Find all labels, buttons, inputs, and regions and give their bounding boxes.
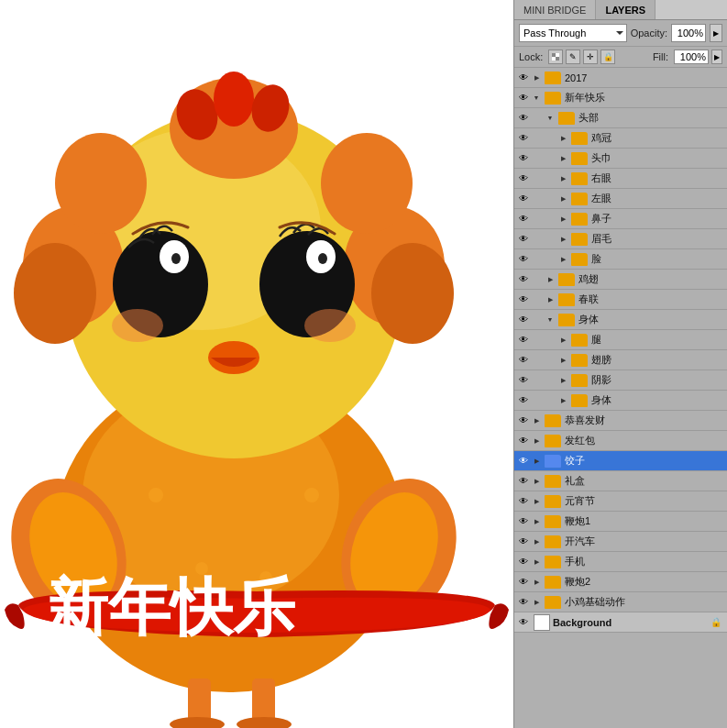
lock-transparent-btn[interactable] bbox=[548, 50, 563, 64]
expand-arrow[interactable]: ▶ bbox=[532, 598, 541, 607]
expand-arrow[interactable]: ▶ bbox=[558, 376, 567, 385]
expand-arrow[interactable]: ▶ bbox=[558, 396, 567, 405]
layer-item[interactable]: 👁▶小鸡基础动作 bbox=[514, 592, 727, 612]
layer-item[interactable]: 👁▶翅膀 bbox=[514, 350, 727, 370]
expand-arrow[interactable]: ▼ bbox=[545, 315, 555, 325]
layer-item[interactable]: 👁▶发红包 bbox=[514, 431, 727, 451]
layer-item[interactable]: 👁▶2017 bbox=[514, 68, 727, 88]
opacity-input[interactable] bbox=[671, 24, 706, 42]
eye-icon[interactable]: 👁 bbox=[516, 494, 531, 509]
folder-icon bbox=[545, 576, 561, 589]
eye-icon[interactable]: 👁 bbox=[516, 91, 531, 105]
layer-item[interactable]: 👁▶元宵节 bbox=[514, 491, 727, 512]
eye-icon[interactable]: 👁 bbox=[516, 71, 531, 85]
folder-icon bbox=[571, 374, 588, 387]
expand-arrow[interactable]: ▶ bbox=[558, 134, 567, 143]
eye-icon[interactable]: 👁 bbox=[516, 252, 531, 267]
layers-list[interactable]: 👁▶2017👁▼新年快乐👁▼头部👁▶鸡冠👁▶头巾👁▶右眼👁▶左眼👁▶鼻子👁▶眉毛… bbox=[514, 68, 727, 728]
eye-icon[interactable]: 👁 bbox=[516, 232, 531, 247]
expand-arrow[interactable]: ▶ bbox=[532, 477, 541, 486]
layer-item[interactable]: 👁▶春联 bbox=[514, 290, 727, 310]
layer-item[interactable]: 👁▶眉毛 bbox=[514, 229, 727, 249]
expand-arrow[interactable]: ▶ bbox=[558, 356, 567, 365]
expand-arrow[interactable]: ▶ bbox=[558, 235, 567, 244]
layer-item[interactable]: 👁▶腿 bbox=[514, 330, 727, 350]
eye-icon[interactable]: 👁 bbox=[516, 151, 531, 166]
eye-icon[interactable]: 👁 bbox=[516, 333, 531, 347]
layer-item[interactable]: 👁▶身体 bbox=[514, 391, 727, 411]
expand-arrow[interactable]: ▶ bbox=[545, 275, 555, 284]
folder-icon bbox=[571, 354, 588, 367]
eye-icon[interactable]: 👁 bbox=[516, 434, 531, 448]
expand-arrow[interactable]: ▶ bbox=[532, 497, 541, 506]
fill-arrow[interactable]: ▶ bbox=[711, 50, 722, 64]
expand-arrow[interactable]: ▶ bbox=[558, 215, 567, 224]
layer-name: 元宵节 bbox=[565, 494, 725, 508]
layer-name: 发红包 bbox=[565, 434, 725, 447]
expand-arrow[interactable]: ▶ bbox=[532, 557, 541, 567]
layer-item[interactable]: 👁▶开汽车 bbox=[514, 532, 727, 552]
layer-item[interactable]: 👁▶鼻子 bbox=[514, 209, 727, 229]
expand-arrow[interactable]: ▼ bbox=[545, 114, 555, 123]
expand-arrow[interactable]: ▶ bbox=[532, 73, 541, 83]
eye-icon[interactable]: 👁 bbox=[516, 353, 531, 368]
layer-item[interactable]: 👁Background🔒 bbox=[514, 612, 727, 633]
layer-item[interactable]: 👁▶恭喜发财 bbox=[514, 411, 727, 431]
eye-icon[interactable]: 👁 bbox=[516, 454, 531, 469]
expand-arrow[interactable]: ▶ bbox=[558, 255, 567, 264]
eye-icon[interactable]: 👁 bbox=[516, 393, 531, 408]
layer-item[interactable]: 👁▶鞭炮1 bbox=[514, 512, 727, 532]
eye-icon[interactable]: 👁 bbox=[516, 474, 531, 489]
layer-item[interactable]: 👁▶手机 bbox=[514, 552, 727, 572]
lock-all-btn[interactable]: 🔒 bbox=[600, 50, 615, 64]
layer-item[interactable]: 👁▶鞭炮2 bbox=[514, 572, 727, 592]
expand-arrow[interactable]: ▶ bbox=[532, 416, 541, 425]
eye-icon[interactable]: 👁 bbox=[516, 192, 531, 206]
expand-arrow[interactable]: ▶ bbox=[558, 194, 567, 204]
eye-icon[interactable]: 👁 bbox=[516, 373, 531, 388]
eye-icon[interactable]: 👁 bbox=[516, 272, 531, 287]
tab-layers[interactable]: LAYERS bbox=[596, 0, 655, 19]
expand-arrow[interactable]: ▶ bbox=[558, 336, 567, 345]
opacity-arrow[interactable]: ▶ bbox=[710, 24, 722, 42]
blend-mode-select[interactable]: Pass Through Normal Multiply Screen bbox=[519, 24, 627, 42]
eye-icon[interactable]: 👁 bbox=[516, 615, 531, 630]
layer-item[interactable]: 👁▶礼盒 bbox=[514, 471, 727, 491]
layer-item[interactable]: 👁▶右眼 bbox=[514, 169, 727, 189]
expand-arrow[interactable]: ▶ bbox=[532, 436, 541, 446]
eye-icon[interactable]: 👁 bbox=[516, 212, 531, 226]
eye-icon[interactable]: 👁 bbox=[516, 313, 531, 327]
fill-input[interactable] bbox=[674, 50, 709, 64]
lock-position-btn[interactable]: ✛ bbox=[583, 50, 598, 64]
tab-mini-bridge[interactable]: MINI BRIDGE bbox=[514, 0, 596, 19]
expand-arrow[interactable]: ▶ bbox=[532, 537, 541, 546]
expand-arrow[interactable]: ▶ bbox=[532, 578, 541, 587]
eye-icon[interactable]: 👁 bbox=[516, 131, 531, 146]
eye-icon[interactable]: 👁 bbox=[516, 111, 531, 126]
layer-item[interactable]: 👁▶脸 bbox=[514, 249, 727, 270]
layer-item[interactable]: 👁▼头部 bbox=[514, 108, 727, 128]
layer-item[interactable]: 👁▼新年快乐 bbox=[514, 88, 727, 108]
eye-icon[interactable]: 👁 bbox=[516, 535, 531, 549]
layer-item[interactable]: 👁▶头巾 bbox=[514, 149, 727, 169]
layer-item[interactable]: 👁▶鸡冠 bbox=[514, 128, 727, 149]
layer-item[interactable]: 👁▶鸡翅 bbox=[514, 270, 727, 290]
eye-icon[interactable]: 👁 bbox=[516, 575, 531, 590]
expand-arrow[interactable]: ▶ bbox=[545, 295, 555, 304]
eye-icon[interactable]: 👁 bbox=[516, 595, 531, 610]
expand-arrow[interactable]: ▶ bbox=[558, 154, 567, 163]
layer-item[interactable]: 👁▶阴影 bbox=[514, 370, 727, 391]
expand-arrow[interactable]: ▶ bbox=[558, 174, 567, 183]
layer-item[interactable]: 👁▶饺子 bbox=[514, 451, 727, 471]
eye-icon[interactable]: 👁 bbox=[516, 555, 531, 569]
layer-item[interactable]: 👁▼身体 bbox=[514, 310, 727, 330]
lock-image-btn[interactable]: ✎ bbox=[566, 50, 580, 64]
expand-arrow[interactable]: ▶ bbox=[532, 457, 541, 466]
eye-icon[interactable]: 👁 bbox=[516, 514, 531, 529]
eye-icon[interactable]: 👁 bbox=[516, 292, 531, 307]
eye-icon[interactable]: 👁 bbox=[516, 414, 531, 428]
expand-arrow[interactable]: ▼ bbox=[532, 94, 541, 103]
expand-arrow[interactable]: ▶ bbox=[532, 517, 541, 526]
layer-item[interactable]: 👁▶左眼 bbox=[514, 189, 727, 209]
eye-icon[interactable]: 👁 bbox=[516, 171, 531, 186]
